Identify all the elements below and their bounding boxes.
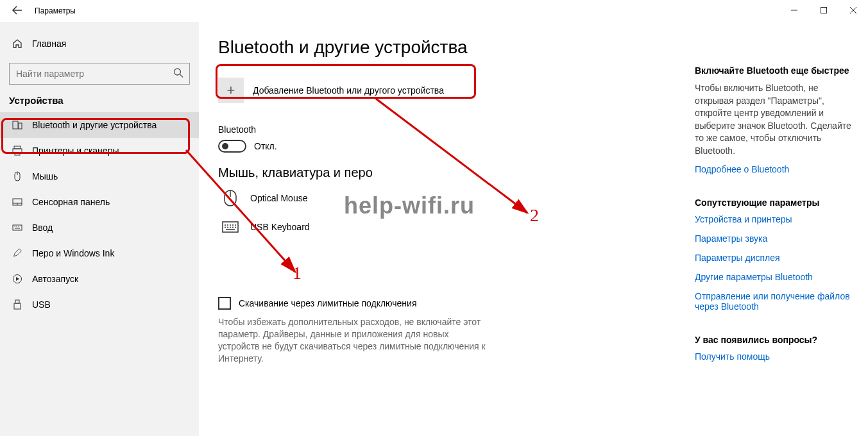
bluetooth-toggle[interactable]: Откл. — [218, 140, 688, 153]
tip-link[interactable]: Подробнее о Bluetooth — [695, 164, 855, 174]
sidebar-item-typing[interactable]: Ввод — [0, 215, 199, 240]
svg-rect-9 — [13, 149, 22, 153]
mouse-icon — [12, 171, 23, 181]
bluetooth-state: Откл. — [254, 141, 277, 151]
keyboard-icon — [12, 222, 23, 233]
related-link[interactable]: Параметры звука — [695, 233, 855, 244]
maximize-button[interactable] — [809, 0, 838, 21]
add-device-label: Добавление Bluetooth или другого устройс… — [253, 85, 444, 96]
related-link[interactable]: Другие параметры Bluetooth — [695, 272, 855, 282]
search-input[interactable] — [9, 63, 190, 85]
svg-rect-1 — [821, 8, 827, 13]
sidebar-item-pen[interactable]: Перо и Windows Ink — [0, 240, 199, 266]
metered-checkbox[interactable] — [218, 297, 231, 310]
touchpad-icon — [12, 197, 23, 207]
sidebar-item-label: Автозапуск — [32, 274, 78, 284]
usb-icon — [12, 299, 23, 310]
sidebar-item-label: Мышь — [32, 171, 58, 181]
autoplay-icon — [12, 274, 23, 284]
device-item-mouse[interactable]: Optical Mouse — [218, 189, 688, 207]
sidebar-item-label: Перо и Windows Ink — [32, 248, 114, 258]
sidebar-item-label: Ввод — [32, 222, 53, 233]
minimize-button[interactable] — [779, 0, 809, 21]
page-title: Bluetooth и другие устройства — [218, 37, 688, 58]
bluetooth-label: Bluetooth — [218, 124, 688, 135]
svg-point-31 — [232, 224, 234, 226]
plus-icon: + — [218, 78, 244, 103]
main-content: Bluetooth и другие устройства + Добавлен… — [199, 22, 688, 436]
device-name: USB Keyboard — [250, 222, 310, 232]
sidebar-item-label: USB — [32, 299, 51, 310]
add-device-button[interactable]: + Добавление Bluetooth или другого устро… — [218, 76, 475, 105]
right-panel: Включайте Bluetooth еще быстрее Чтобы вк… — [688, 22, 868, 436]
pen-icon — [12, 248, 23, 258]
svg-rect-22 — [15, 300, 19, 303]
sidebar-item-label: Bluetooth и другие устройства — [32, 120, 157, 130]
close-button[interactable] — [838, 0, 868, 21]
svg-point-18 — [14, 226, 15, 227]
svg-rect-16 — [13, 225, 22, 230]
svg-line-5 — [180, 74, 183, 78]
related-link[interactable]: Отправление или получение файлов через B… — [695, 291, 855, 312]
sidebar-item-label: Сенсорная панель — [32, 197, 110, 207]
question-link[interactable]: Получить помощь — [695, 351, 855, 362]
printer-icon — [12, 146, 23, 156]
window-title: Параметры — [35, 6, 76, 15]
sidebar: Главная Устройства Bluetooth и другие ус… — [0, 22, 199, 436]
related-link[interactable]: Устройства и принтеры — [695, 214, 855, 224]
svg-point-32 — [235, 224, 236, 226]
home-icon — [12, 38, 23, 49]
sidebar-item-printers[interactable]: Принтеры и сканеры — [0, 138, 199, 164]
svg-point-34 — [227, 227, 228, 228]
svg-point-30 — [230, 224, 231, 226]
tip-header: Включайте Bluetooth еще быстрее — [695, 65, 855, 76]
back-button[interactable] — [12, 6, 23, 17]
svg-rect-23 — [14, 303, 21, 309]
mouse-icon — [222, 189, 239, 207]
metered-help: Чтобы избежать дополнительных расходов, … — [218, 316, 488, 365]
device-item-keyboard[interactable]: USB Keyboard — [218, 221, 688, 233]
sidebar-home[interactable]: Главная — [0, 31, 199, 56]
search-icon — [173, 68, 183, 80]
svg-rect-10 — [15, 153, 20, 155]
device-name: Optical Mouse — [250, 193, 307, 203]
svg-point-4 — [174, 69, 181, 75]
sidebar-item-usb[interactable]: USB — [0, 292, 199, 317]
related-link[interactable]: Параметры дисплея — [695, 253, 855, 263]
sidebar-item-autoplay[interactable]: Автозапуск — [0, 266, 199, 292]
mkp-header: Мышь, клавиатура и перо — [218, 165, 688, 180]
sidebar-item-label: Принтеры и сканеры — [32, 146, 119, 156]
sidebar-item-mouse[interactable]: Мышь — [0, 164, 199, 189]
svg-point-35 — [230, 227, 231, 228]
sidebar-item-bluetooth[interactable]: Bluetooth и другие устройства — [0, 112, 199, 138]
metered-label: Скачивание через лимитные подключения — [239, 298, 416, 308]
question-header: У вас появились вопросы? — [695, 335, 855, 345]
svg-point-29 — [227, 224, 228, 226]
svg-point-20 — [18, 226, 19, 227]
svg-point-37 — [235, 227, 236, 228]
sidebar-item-touchpad[interactable]: Сенсорная панель — [0, 189, 199, 215]
keyboard-icon — [222, 221, 239, 233]
related-header: Сопутствующие параметры — [695, 197, 855, 208]
devices-icon — [12, 120, 23, 130]
svg-rect-8 — [14, 146, 21, 149]
sidebar-home-label: Главная — [32, 38, 66, 49]
svg-point-36 — [232, 227, 234, 228]
sidebar-category: Устройства — [0, 95, 199, 112]
svg-rect-6 — [13, 121, 18, 129]
svg-point-28 — [225, 224, 226, 226]
svg-point-19 — [16, 226, 17, 227]
svg-rect-7 — [19, 123, 22, 129]
tip-body: Чтобы включить Bluetooth, не открывая ра… — [695, 82, 855, 158]
svg-point-33 — [225, 227, 226, 228]
